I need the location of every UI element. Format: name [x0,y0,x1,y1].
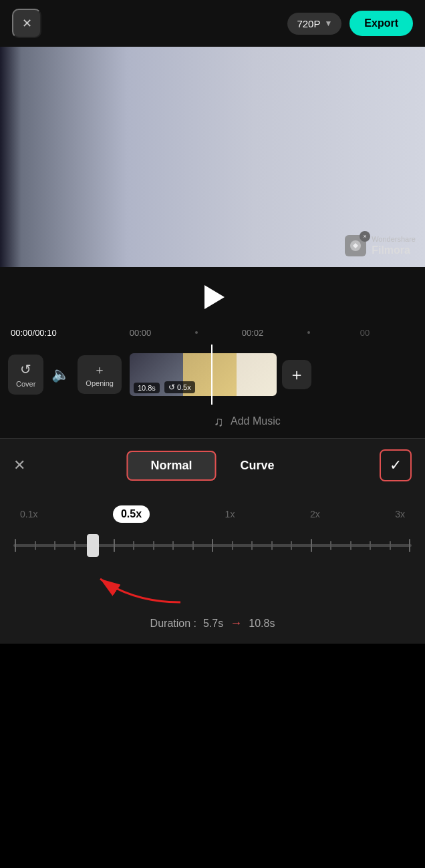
track-clip[interactable]: 10.8s ↺ 0.5x [130,353,277,396]
tick [133,541,134,550]
refresh-icon: ↺ [20,361,31,377]
tab-curve[interactable]: Curve [216,451,298,481]
duration-to: 10.8s [249,618,275,630]
timeline-section: 00:00/00:10 00:00 00:02 00 ↺ Cover 🔈 ＋ O… [0,267,425,438]
time-marker-0: 00:00 [91,328,190,338]
tick [251,541,253,550]
watermark-logo: × [345,235,366,256]
cover-button[interactable]: ↺ Cover [8,355,43,395]
timeline-markers: 00:00 00:02 00 [11,328,414,338]
confirm-icon: ✓ [390,457,402,474]
tick [35,541,36,550]
tab-normal[interactable]: Normal [126,451,216,481]
watermark: × Wondershare Filmora [345,234,416,258]
track-controls: ↺ Cover 🔈 ＋ Opening [0,355,130,395]
bottom-panel: ✕ Normal Curve ✓ 0.1x 0.5x 1x 2x 3x [0,438,425,644]
speed-label-0.1x: 0.1x [20,509,37,519]
close-button[interactable]: ✕ [12,9,41,38]
tick [232,541,233,550]
tick [350,541,351,550]
tick [370,541,371,550]
play-button[interactable] [204,285,225,309]
video-preview: × Wondershare Filmora [0,47,425,267]
top-bar: ✕ 720P ▼ Export [0,0,425,47]
duration-arrow-icon: → [230,616,242,630]
speed-section: 0.1x 0.5x 1x 2x 3x [0,492,425,566]
opening-label: Opening [86,379,114,387]
speed-labels: 0.1x 0.5x 1x 2x 3x [13,505,412,523]
tick [390,541,391,550]
playhead [211,345,212,405]
arrow-svg [80,566,214,606]
volume-icon: 🔈 [51,366,69,383]
tick [291,541,292,550]
tick [409,539,410,552]
speed-label-1x: 1x [225,509,235,519]
time-marker-1: 00:02 [203,328,302,338]
speed-label-2x: 2x [310,509,320,519]
tick [74,541,76,550]
time-counter: 00:00/00:10 [11,328,57,338]
tick [271,541,273,550]
duration-from: 5.7s [203,618,223,630]
close-icon: ✕ [22,16,32,31]
play-area [0,274,425,320]
clip-thumb-3 [237,353,277,396]
tick [311,539,312,552]
clip-duration-badge: 10.8s [134,383,160,393]
speed-slider-track[interactable] [13,532,412,559]
tick [212,539,213,552]
opening-button[interactable]: ＋ Opening [78,355,122,394]
watermark-close-icon[interactable]: × [360,231,370,242]
quality-label: 720P [297,18,320,29]
tick [330,541,331,550]
tick [192,541,194,550]
speed-label-3x: 3x [395,509,405,519]
speed-icon: ↺ [168,383,175,392]
export-button[interactable]: Export [349,11,413,36]
tick [15,539,16,552]
add-track-button[interactable]: ＋ [282,360,311,389]
watermark-text: Wondershare Filmora [372,234,416,258]
music-icon: ♫ [214,414,224,429]
track-area: ↺ Cover 🔈 ＋ Opening 10.8s ↺ 0.5x [0,345,425,405]
tab-bar: ✕ Normal Curve ✓ [0,439,425,492]
duration-label: Duration : [150,618,196,630]
slider-ticks [13,539,412,552]
volume-button[interactable]: 🔈 [51,366,69,383]
tick [153,541,154,550]
tab-close-button[interactable]: ✕ [13,457,25,474]
time-display-bar: 00:00/00:10 00:00 00:02 00 [0,320,425,345]
cover-label: Cover [16,380,35,388]
time-marker-2: 00 [315,328,414,338]
tick [114,539,115,552]
music-track[interactable]: ♫ Add Music [0,405,425,438]
quality-selector[interactable]: 720P ▼ [287,13,341,35]
annotation-arrow [0,566,425,606]
add-music-label: Add Music [231,415,281,427]
speed-label-0.5x-active: 0.5x [113,505,150,523]
chevron-down-icon: ▼ [324,19,332,28]
duration-info: Duration : 5.7s → 10.8s [0,606,425,644]
time-dot-2 [307,331,310,334]
clip-speed-badge: ↺ 0.5x [164,381,195,393]
confirm-button[interactable]: ✓ [380,449,412,481]
tick [54,541,55,550]
close-icon: ✕ [13,457,25,473]
time-dot [195,331,198,334]
opening-icon: ＋ [94,362,106,378]
speed-slider-thumb[interactable] [87,534,99,557]
tab-buttons: Normal Curve [126,451,298,481]
tick [172,541,174,550]
video-track: 10.8s ↺ 0.5x ＋ [130,353,425,396]
